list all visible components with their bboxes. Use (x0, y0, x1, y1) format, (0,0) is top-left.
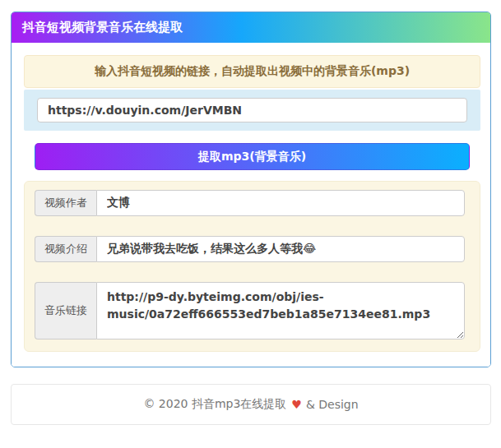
url-section (24, 90, 480, 131)
page-title: 抖音短视频背景音乐在线提取 (22, 20, 183, 35)
video-url-input[interactable] (37, 98, 467, 122)
copyright-text: © 2020 抖音mp3在线提取 (143, 397, 286, 412)
card-body: 输入抖音短视频的链接，自动提取出视频中的背景音乐(mp3) 提取mp3(背景音乐… (12, 43, 490, 367)
author-input[interactable] (96, 190, 465, 216)
footer: © 2020 抖音mp3在线提取 ♥ & Design (11, 384, 491, 425)
music-link-textarea[interactable]: http://p9-dy.byteimg.com/obj/ies-music/0… (96, 282, 465, 339)
author-label: 视频作者 (35, 190, 96, 216)
music-link-row: 音乐链接 http://p9-dy.byteimg.com/obj/ies-mu… (35, 282, 465, 339)
result-form: 视频作者 视频介绍 音乐链接 http://p9-dy.byteimg.com/… (24, 181, 480, 352)
extract-mp3-button[interactable]: 提取mp3(背景音乐) (35, 143, 470, 170)
music-link-label: 音乐链接 (35, 282, 96, 339)
main-card: 抖音短视频背景音乐在线提取 输入抖音短视频的链接，自动提取出视频中的背景音乐(m… (11, 12, 491, 367)
author-row: 视频作者 (35, 190, 465, 216)
instruction-text: 输入抖音短视频的链接，自动提取出视频中的背景音乐(mp3) (95, 64, 410, 77)
app-header: 抖音短视频背景音乐在线提取 (12, 12, 490, 43)
description-row: 视频介绍 (35, 236, 465, 262)
instruction-banner: 输入抖音短视频的链接，自动提取出视频中的背景音乐(mp3) (24, 55, 480, 88)
description-label: 视频介绍 (35, 236, 96, 262)
design-credit: & Design (306, 398, 359, 411)
heart-icon: ♥ (291, 398, 302, 411)
description-input[interactable] (96, 236, 465, 262)
